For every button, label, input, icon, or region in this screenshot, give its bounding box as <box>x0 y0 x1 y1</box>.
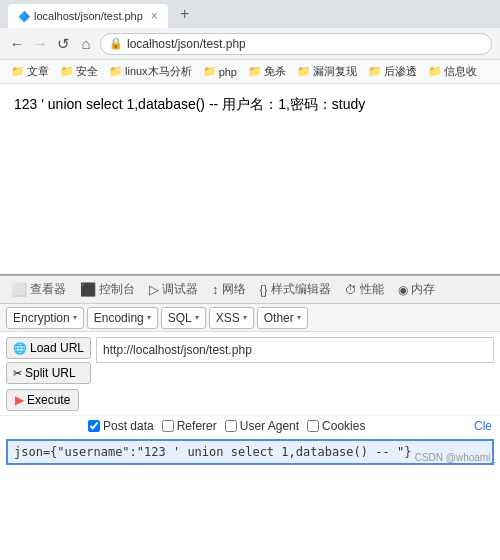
other-arrow-icon: ▾ <box>297 313 301 322</box>
tab-icon: 🔷 <box>18 11 30 22</box>
split-url-button[interactable]: ✂ Split URL <box>6 362 91 384</box>
split-url-icon: ✂ <box>13 367 22 380</box>
execute-button[interactable]: ▶ Execute <box>6 389 79 411</box>
devtools-tabbar: ⬜ 查看器 ⬛ 控制台 ▷ 调试器 ↕ 网络 {} 样式编辑器 ⏱ 性能 ◉ 内… <box>0 274 500 304</box>
cookies-label: Cookies <box>322 419 365 433</box>
devtools-tab-network[interactable]: ↕ 网络 <box>205 276 253 303</box>
bookmark-label-7: 信息收 <box>444 64 477 79</box>
page-content: 123 ' union select 1,database() -- 用户名：1… <box>0 84 500 274</box>
post-data-checkbox[interactable] <box>88 420 100 432</box>
bookmarks-bar: 📁 文章 📁 安全 📁 linux木马分析 📁 php 📁 免杀 📁 漏洞复现 … <box>0 60 500 84</box>
bookmark-label-3: php <box>219 66 237 78</box>
hackbar-execute-row: ▶ Execute <box>0 389 500 415</box>
user-agent-checkbox-label[interactable]: User Agent <box>225 419 299 433</box>
bookmark-folder-icon-3: 📁 <box>203 65 217 78</box>
bookmark-folder-icon-5: 📁 <box>297 65 311 78</box>
encoding-label: Encoding <box>94 311 144 325</box>
bookmark-folder-icon-2: 📁 <box>109 65 123 78</box>
hackbar-toolbar: Encryption ▾ Encoding ▾ SQL ▾ XSS ▾ Othe… <box>0 304 500 332</box>
cookies-checkbox-label[interactable]: Cookies <box>307 419 365 433</box>
bookmark-item-0[interactable]: 📁 文章 <box>6 62 54 81</box>
referer-label: Referer <box>177 419 217 433</box>
devtools-tab-console[interactable]: ⬛ 控制台 <box>73 276 142 303</box>
devtools-performance-label: 性能 <box>360 282 384 297</box>
tab-label: localhost/json/test.php <box>34 10 143 22</box>
bookmark-item-5[interactable]: 📁 漏洞复现 <box>292 62 362 81</box>
devtools-tab-style-editor[interactable]: {} 样式编辑器 <box>253 276 338 303</box>
forward-button[interactable]: → <box>31 35 49 53</box>
bookmark-label-0: 文章 <box>27 64 49 79</box>
bookmark-label-6: 后渗透 <box>384 64 417 79</box>
load-url-icon: 🌐 <box>13 342 27 355</box>
hackbar-url-area <box>96 337 494 363</box>
bookmark-folder-icon-0: 📁 <box>11 65 25 78</box>
load-url-label: Load URL <box>30 341 84 355</box>
encryption-label: Encryption <box>13 311 70 325</box>
hackbar-menu-encryption[interactable]: Encryption ▾ <box>6 307 84 329</box>
bookmark-item-3[interactable]: 📁 php <box>198 63 242 80</box>
devtools-tab-inspect[interactable]: ⬜ 查看器 <box>4 276 73 303</box>
bookmark-item-6[interactable]: 📁 后渗透 <box>363 62 422 81</box>
watermark: CSDN @whoami_ <box>415 452 496 463</box>
bookmark-label-1: 安全 <box>76 64 98 79</box>
xss-label: XSS <box>216 311 240 325</box>
devtools-panel: ⬜ 查看器 ⬛ 控制台 ▷ 调试器 ↕ 网络 {} 样式编辑器 ⏱ 性能 ◉ 内… <box>0 274 500 465</box>
hackbar-menu-sql[interactable]: SQL ▾ <box>161 307 206 329</box>
bookmark-item-2[interactable]: 📁 linux木马分析 <box>104 62 197 81</box>
hackbar-menu-other[interactable]: Other ▾ <box>257 307 308 329</box>
devtools-tab-performance[interactable]: ⏱ 性能 <box>338 276 391 303</box>
hackbar-menu-encoding[interactable]: Encoding ▾ <box>87 307 158 329</box>
devtools-console-icon: ⬛ <box>80 282 96 297</box>
back-button[interactable]: ← <box>8 35 26 53</box>
bookmark-label-5: 漏洞复现 <box>313 64 357 79</box>
hackbar-menu-xss[interactable]: XSS ▾ <box>209 307 254 329</box>
bookmark-item-4[interactable]: 📁 免杀 <box>243 62 291 81</box>
tab-close-icon[interactable]: × <box>151 9 158 23</box>
split-url-label: Split URL <box>25 366 76 380</box>
devtools-debugger-label: 调试器 <box>162 282 198 297</box>
address-bar[interactable]: 🔒 localhost/json/test.php <box>100 33 492 55</box>
load-url-button[interactable]: 🌐 Load URL <box>6 337 91 359</box>
devtools-styleeditor-label: 样式编辑器 <box>271 282 331 297</box>
other-label: Other <box>264 311 294 325</box>
post-data-checkbox-label[interactable]: Post data <box>88 419 154 433</box>
devtools-debugger-icon: ▷ <box>149 282 159 297</box>
referer-checkbox-label[interactable]: Referer <box>162 419 217 433</box>
page-text: 123 ' union select 1,database() -- 用户名：1… <box>14 94 486 115</box>
devtools-network-icon: ↕ <box>212 282 219 297</box>
hackbar-buttons: 🌐 Load URL ✂ Split URL <box>6 337 91 384</box>
browser-toolbar: ← → ↺ ⌂ 🔒 localhost/json/test.php <box>0 28 500 60</box>
browser-tab[interactable]: 🔷 localhost/json/test.php × <box>8 4 168 28</box>
bookmark-label-4: 免杀 <box>264 64 286 79</box>
xss-arrow-icon: ▾ <box>243 313 247 322</box>
new-tab-button[interactable]: + <box>172 1 197 27</box>
post-data-label: Post data <box>103 419 154 433</box>
devtools-inspect-icon: ⬜ <box>11 282 27 297</box>
cookies-checkbox[interactable] <box>307 420 319 432</box>
devtools-tab-memory[interactable]: ◉ 内存 <box>391 276 442 303</box>
home-button[interactable]: ⌂ <box>77 35 95 53</box>
devtools-memory-label: 内存 <box>411 282 435 297</box>
user-agent-label: User Agent <box>240 419 299 433</box>
sql-label: SQL <box>168 311 192 325</box>
hackbar-url-row: 🌐 Load URL ✂ Split URL <box>0 332 500 389</box>
devtools-styleeditor-icon: {} <box>260 283 268 297</box>
execute-label: Execute <box>27 393 70 407</box>
lock-icon: 🔒 <box>109 37 123 50</box>
reload-button[interactable]: ↺ <box>54 35 72 53</box>
devtools-memory-icon: ◉ <box>398 283 408 297</box>
encryption-arrow-icon: ▾ <box>73 313 77 322</box>
devtools-inspect-label: 查看器 <box>30 282 66 297</box>
bookmark-item-1[interactable]: 📁 安全 <box>55 62 103 81</box>
referer-checkbox[interactable] <box>162 420 174 432</box>
sql-arrow-icon: ▾ <box>195 313 199 322</box>
devtools-tab-debugger[interactable]: ▷ 调试器 <box>142 276 205 303</box>
hackbar-checkboxes-row: Post data Referer User Agent Cookies Cle <box>0 415 500 436</box>
bookmark-item-7[interactable]: 📁 信息收 <box>423 62 482 81</box>
bookmark-folder-icon-1: 📁 <box>60 65 74 78</box>
clear-link[interactable]: Cle <box>474 419 492 433</box>
devtools-network-label: 网络 <box>222 282 246 297</box>
hackbar-url-input[interactable] <box>96 337 494 363</box>
bookmark-folder-icon-4: 📁 <box>248 65 262 78</box>
user-agent-checkbox[interactable] <box>225 420 237 432</box>
